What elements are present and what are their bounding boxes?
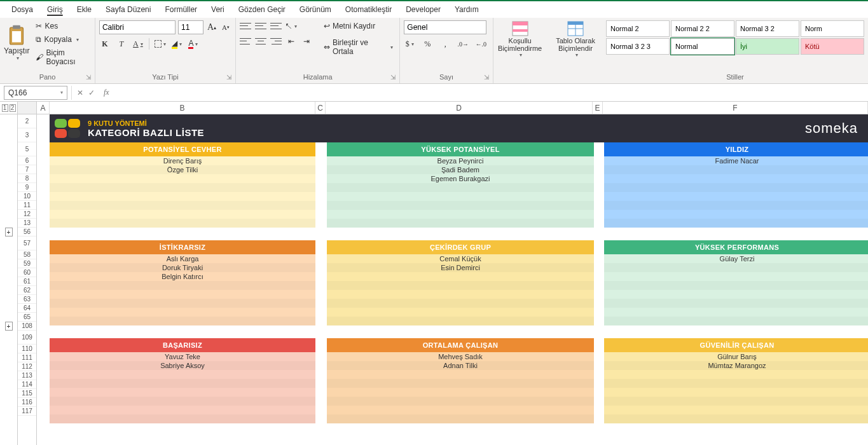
decrease-decimal-button[interactable]: ←.0: [475, 38, 486, 50]
row-header[interactable]: 56: [18, 228, 36, 236]
menu-item-giriş[interactable]: Giriş: [41, 3, 69, 17]
borders-button[interactable]: [155, 38, 166, 50]
menu-item-gözden geçir[interactable]: Gözden Geçir: [232, 3, 292, 17]
underline-button[interactable]: A: [132, 38, 144, 50]
row-header[interactable]: 65: [18, 313, 36, 322]
name-box[interactable]: Q166▾: [4, 86, 67, 100]
copy-button[interactable]: ⧉Kopyala: [33, 34, 90, 45]
accept-formula-button[interactable]: ✓: [88, 88, 95, 97]
row-header[interactable]: 59: [18, 259, 36, 268]
bold-button[interactable]: K: [99, 38, 111, 50]
cancel-formula-button[interactable]: ✕: [77, 88, 83, 97]
row-header[interactable]: 2: [18, 114, 36, 128]
row-header[interactable]: 57: [18, 236, 36, 250]
row-header[interactable]: 110: [18, 345, 36, 353]
style-cell[interactable]: Norm: [801, 20, 864, 37]
select-all-corner[interactable]: [18, 102, 37, 114]
row-header[interactable]: 115: [18, 389, 36, 398]
paste-button[interactable]: Yapıştır: [4, 20, 29, 65]
italic-button[interactable]: T: [116, 38, 127, 50]
row-header[interactable]: 117: [18, 407, 36, 416]
row-header[interactable]: 9: [18, 183, 36, 192]
merge-center-button[interactable]: ⇔Birleştir ve Ortala: [321, 37, 396, 57]
formula-input[interactable]: [113, 86, 868, 100]
row-header[interactable]: 60: [18, 268, 36, 277]
menu-item-görünüm[interactable]: Görünüm: [293, 3, 338, 17]
row-header[interactable]: 62: [18, 286, 36, 295]
row-header[interactable]: 108: [18, 322, 36, 331]
menu-item-sayfa düzeni[interactable]: Sayfa Düzeni: [99, 3, 157, 17]
row-header[interactable]: 12: [18, 210, 36, 219]
alignment-dialog-launcher[interactable]: ⇲: [390, 74, 396, 81]
decrease-font-button[interactable]: A▾: [220, 22, 231, 33]
col-header-E[interactable]: E: [593, 102, 603, 114]
row-header[interactable]: 58: [18, 250, 36, 259]
menu-item-dosya[interactable]: Dosya: [5, 3, 39, 17]
currency-button[interactable]: $: [404, 38, 415, 50]
font-size-select[interactable]: [178, 20, 203, 34]
format-painter-button[interactable]: 🖌Biçim Boyacısı: [33, 47, 90, 67]
align-left-button[interactable]: [240, 37, 251, 46]
col-header-C[interactable]: C: [315, 102, 326, 114]
cut-button[interactable]: ✂Kes: [33, 20, 90, 32]
number-dialog-launcher[interactable]: ⇲: [484, 74, 489, 81]
row-header[interactable]: 10: [18, 192, 36, 201]
align-top-button[interactable]: [240, 22, 251, 31]
row-header[interactable]: 111: [18, 353, 36, 362]
sheet-content[interactable]: 9 KUTU YÖNTEMİ KATEGORİ BAZLI LİSTE some…: [37, 114, 868, 445]
increase-indent-button[interactable]: ⇥: [301, 36, 312, 47]
col-header-F[interactable]: F: [603, 102, 868, 114]
align-bottom-button[interactable]: [270, 22, 282, 31]
outline-expand-button[interactable]: +: [5, 322, 13, 331]
style-cell[interactable]: Normal: [671, 38, 734, 55]
row-header[interactable]: 8: [18, 174, 36, 183]
style-cell[interactable]: Normal 2 2: [671, 20, 734, 37]
row-header[interactable]: 11: [18, 201, 36, 210]
style-cell[interactable]: Normal 2: [606, 20, 670, 37]
font-color-button[interactable]: A: [188, 38, 199, 50]
fx-icon[interactable]: fx: [100, 88, 113, 97]
menu-item-developer[interactable]: Developer: [399, 3, 447, 17]
row-header[interactable]: 5: [18, 142, 36, 156]
menu-item-formüller[interactable]: Formüller: [158, 3, 203, 17]
increase-font-button[interactable]: A▴: [206, 22, 217, 33]
outline-expand-button[interactable]: +: [5, 228, 13, 236]
outline-level-2[interactable]: 2: [10, 104, 16, 112]
font-name-select[interactable]: [99, 20, 176, 34]
style-cell[interactable]: Normal 3 2: [736, 20, 799, 37]
menu-item-otomatikleştir[interactable]: Otomatikleştir: [339, 3, 398, 17]
col-header-B[interactable]: B: [50, 102, 315, 114]
row-header[interactable]: 116: [18, 398, 36, 407]
row-header[interactable]: 6: [18, 156, 36, 165]
comma-button[interactable]: ,: [439, 38, 451, 50]
row-header[interactable]: 3: [18, 128, 36, 142]
row-header[interactable]: 113: [18, 371, 36, 380]
outline-level-1[interactable]: 1: [2, 104, 8, 112]
row-header[interactable]: 109: [18, 331, 36, 345]
row-header[interactable]: 63: [18, 295, 36, 304]
row-header[interactable]: 13: [18, 219, 36, 228]
align-center-button[interactable]: [255, 37, 266, 46]
style-cell[interactable]: Normal 3 2 3: [606, 38, 670, 55]
decrease-indent-button[interactable]: ⇤: [286, 36, 297, 47]
row-header[interactable]: 114: [18, 380, 36, 389]
row-header[interactable]: 61: [18, 277, 36, 286]
orientation-button[interactable]: ⭦: [286, 20, 297, 32]
clipboard-dialog-launcher[interactable]: ⇲: [86, 74, 91, 81]
align-right-button[interactable]: [270, 37, 282, 46]
font-dialog-launcher[interactable]: ⇲: [226, 74, 231, 81]
align-middle-button[interactable]: [255, 22, 266, 31]
menu-item-ekle[interactable]: Ekle: [71, 3, 98, 17]
conditional-formatting-button[interactable]: Koşullu Biçimlendirme: [497, 20, 543, 58]
number-format-select[interactable]: [404, 20, 486, 34]
row-header[interactable]: 7: [18, 165, 36, 174]
increase-decimal-button[interactable]: .0→: [457, 38, 469, 50]
menu-item-yardım[interactable]: Yardım: [448, 3, 485, 17]
col-header-D[interactable]: D: [326, 102, 593, 114]
style-cell[interactable]: Kötü: [801, 38, 864, 55]
row-header[interactable]: 64: [18, 304, 36, 313]
format-as-table-button[interactable]: Tablo Olarak Biçimlendir: [553, 20, 598, 58]
wrap-text-button[interactable]: ↩Metni Kaydır: [321, 20, 396, 32]
menu-item-veri[interactable]: Veri: [205, 3, 231, 17]
style-cell[interactable]: İyi: [736, 38, 799, 55]
